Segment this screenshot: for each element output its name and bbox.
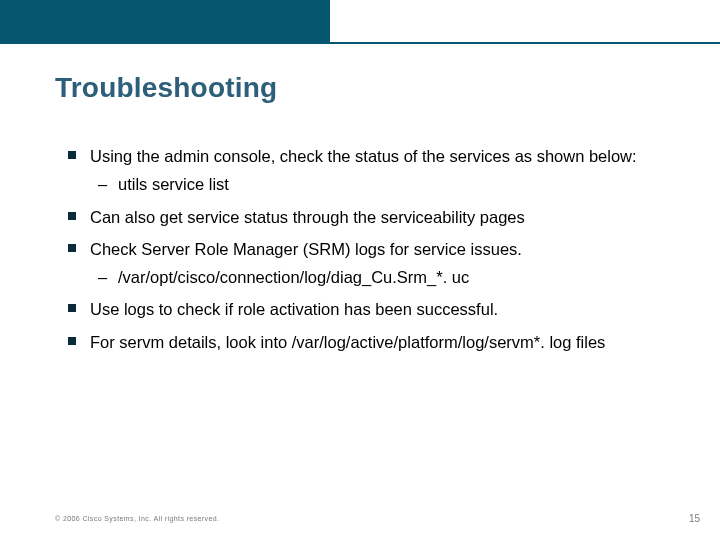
sub-list-item: utils service list: [90, 173, 660, 195]
header-divider: [0, 42, 720, 44]
sub-bullet-list: utils service list: [90, 173, 660, 195]
footer-copyright: © 2006 Cisco Systems, Inc. All rights re…: [55, 515, 219, 522]
header-accent-bar: [0, 0, 330, 42]
slide-content: Using the admin console, check the statu…: [62, 145, 660, 363]
list-item: Can also get service status through the …: [62, 206, 660, 228]
list-item: Use logs to check if role activation has…: [62, 298, 660, 320]
page-number: 15: [689, 513, 700, 524]
list-item: Check Server Role Manager (SRM) logs for…: [62, 238, 660, 289]
list-item: For servm details, look into /var/log/ac…: [62, 331, 660, 353]
list-item-text: Can also get service status through the …: [90, 208, 525, 226]
page-title: Troubleshooting: [55, 72, 277, 104]
sub-list-item: /var/opt/cisco/connection/log/diag_Cu.Sr…: [90, 266, 660, 288]
sub-list-item-text: /var/opt/cisco/connection/log/diag_Cu.Sr…: [118, 268, 469, 286]
bullet-list: Using the admin console, check the statu…: [62, 145, 660, 353]
list-item-text: Check Server Role Manager (SRM) logs for…: [90, 240, 522, 258]
list-item-text: For servm details, look into /var/log/ac…: [90, 333, 605, 351]
list-item-text: Using the admin console, check the statu…: [90, 147, 637, 165]
sub-bullet-list: /var/opt/cisco/connection/log/diag_Cu.Sr…: [90, 266, 660, 288]
list-item-text: Use logs to check if role activation has…: [90, 300, 498, 318]
list-item: Using the admin console, check the statu…: [62, 145, 660, 196]
sub-list-item-text: utils service list: [118, 175, 229, 193]
